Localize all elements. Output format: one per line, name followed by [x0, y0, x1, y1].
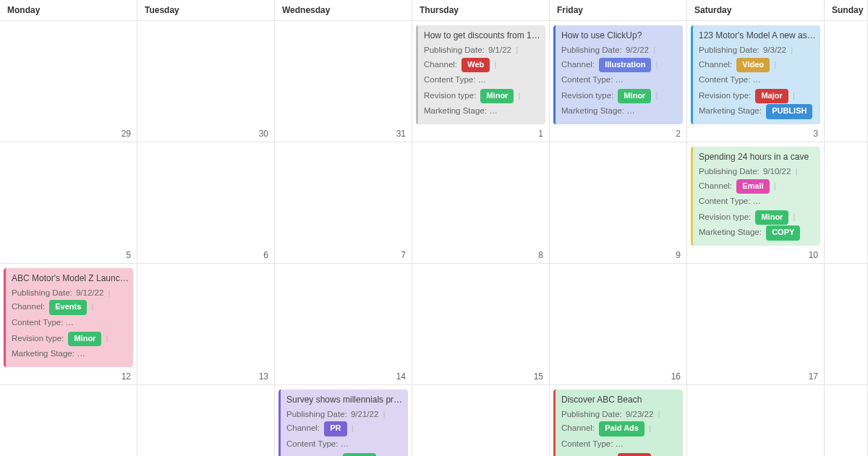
day-cell[interactable]: 123 Motor's Model A new assembly linePub…: [687, 21, 825, 142]
event-revision-row: Revision type: Minor |: [424, 89, 541, 104]
event-title: How to use ClickUp?: [561, 29, 678, 43]
content-type-tag[interactable]: Company Update: [618, 73, 678, 88]
channel-tag[interactable]: Illustration: [599, 58, 651, 73]
event-content-type-row: Content Type: Company Update |: [699, 73, 816, 88]
event-revision-row: Revision type: Minor |: [699, 210, 816, 225]
day-number: 30: [259, 129, 268, 139]
day-cell[interactable]: 24: [687, 385, 825, 456]
revision-tag[interactable]: Minor: [755, 210, 788, 225]
day-cell[interactable]: How to get discounts from 123 Mart?Publi…: [412, 21, 550, 142]
calendar-event[interactable]: 123 Motor's Model A new assembly linePub…: [691, 25, 820, 124]
revision-tag[interactable]: Major: [618, 453, 650, 456]
day-cell[interactable]: 9: [550, 142, 687, 264]
day-number: 8: [538, 250, 543, 260]
event-revision-row: Revision type: Minor |: [561, 89, 678, 104]
day-cell[interactable]: [825, 385, 868, 456]
content-type-tag[interactable]: Thought Leader...: [343, 437, 404, 452]
revision-tag[interactable]: Minor: [343, 453, 376, 456]
event-revision-row: Revision type: Minor |: [12, 332, 129, 347]
stage-tag[interactable]: PUBLISH: [766, 104, 812, 119]
event-title: 123 Motor's Model A new assembly line: [699, 29, 816, 43]
day-cell[interactable]: 19: [0, 385, 137, 456]
day-cell[interactable]: How to use ClickUp?Publishing Date: 9/2/…: [550, 21, 687, 142]
day-number: 9: [676, 250, 681, 260]
day-cell[interactable]: 17: [687, 264, 825, 385]
day-cell[interactable]: 8: [412, 142, 550, 264]
day-cell[interactable]: 6: [137, 142, 275, 264]
event-content-type-row: Content Type: Customer Story |: [699, 194, 816, 210]
content-type-tag[interactable]: Sponsored Post: [480, 73, 541, 88]
stage-tag[interactable]: NEW DRAFT: [491, 104, 541, 119]
day-number: 6: [263, 250, 268, 260]
day-cell[interactable]: ABC Motor's Model Z Launch EventPublishi…: [0, 264, 137, 385]
day-cell[interactable]: 5: [0, 142, 137, 264]
event-channel-row: Channel: Paid Ads |: [561, 421, 678, 436]
day-number: 29: [122, 129, 131, 139]
day-cell[interactable]: 22: [412, 385, 550, 456]
day-cell[interactable]: 30: [137, 21, 275, 142]
day-cell[interactable]: [825, 264, 868, 385]
event-channel-row: Channel: Web |: [424, 58, 541, 73]
weekday-header: Wednesday: [275, 0, 412, 21]
day-number: 15: [534, 371, 543, 382]
day-cell[interactable]: [825, 21, 868, 142]
event-title: Spending 24 hours in a cave: [699, 150, 816, 164]
calendar-event[interactable]: How to use ClickUp?Publishing Date: 9/2/…: [553, 25, 683, 124]
channel-tag[interactable]: PR: [324, 421, 346, 436]
channel-tag[interactable]: Video: [736, 58, 770, 73]
calendar-event[interactable]: Survey shows millennials prefer electric…: [278, 390, 408, 456]
event-revision-row: Revision type: Minor |: [286, 453, 404, 456]
content-type-tag[interactable]: Company Update: [755, 73, 816, 88]
day-number: 31: [396, 129, 406, 139]
stage-tag[interactable]: COPY: [766, 225, 800, 241]
day-cell[interactable]: 13: [137, 264, 275, 385]
calendar-event[interactable]: Spending 24 hours in a cavePublishing Da…: [691, 147, 820, 246]
stage-tag[interactable]: PROOFREADING: [629, 104, 678, 119]
event-publishing-date-row: Publishing Date: 9/2/22 |: [561, 43, 678, 56]
weekday-header: Tuesday: [137, 0, 275, 21]
stage-tag[interactable]: CLIENT APPROVAL: [79, 347, 129, 362]
event-title: Discover ABC Beach: [561, 393, 678, 407]
event-content-type-row: Content Type: Product News |: [12, 316, 129, 331]
calendar-event[interactable]: ABC Motor's Model Z Launch EventPublishi…: [4, 268, 133, 367]
event-title: How to get discounts from 123 Mart?: [424, 29, 541, 43]
revision-tag[interactable]: Minor: [480, 89, 514, 104]
day-cell[interactable]: [825, 142, 868, 264]
day-cell[interactable]: Spending 24 hours in a cavePublishing Da…: [687, 142, 825, 264]
calendar-grid: MondayTuesdayWednesdayThursdayFridaySatu…: [0, 0, 868, 456]
content-type-tag[interactable]: Customer Story: [755, 194, 816, 210]
day-number: 16: [671, 371, 681, 382]
calendar-event[interactable]: Discover ABC BeachPublishing Date: 9/23/…: [553, 390, 683, 456]
channel-tag[interactable]: Web: [461, 58, 490, 73]
day-cell[interactable]: 15: [412, 264, 550, 385]
day-cell[interactable]: 29: [0, 21, 137, 142]
day-cell[interactable]: Discover ABC BeachPublishing Date: 9/23/…: [550, 385, 687, 456]
event-publishing-date-row: Publishing Date: 9/12/22 |: [12, 286, 129, 299]
event-title: Survey shows millennials prefer electric: [286, 393, 404, 407]
day-cell[interactable]: 20: [137, 385, 275, 456]
event-channel-row: Channel: Events |: [12, 300, 129, 315]
day-number: 10: [809, 250, 818, 260]
day-number: 7: [401, 250, 406, 260]
revision-tag[interactable]: Minor: [68, 332, 101, 347]
day-cell[interactable]: 16: [550, 264, 687, 385]
channel-tag[interactable]: Paid Ads: [599, 421, 644, 436]
event-stage-row: Marketing Stage: PUBLISH: [699, 104, 816, 119]
content-type-tag[interactable]: Product News: [68, 316, 129, 331]
channel-tag[interactable]: Events: [49, 300, 87, 315]
day-number: 13: [259, 371, 268, 382]
revision-tag[interactable]: Minor: [618, 89, 651, 104]
day-cell[interactable]: Survey shows millennials prefer electric…: [275, 385, 412, 456]
event-channel-row: Channel: Email |: [699, 179, 816, 194]
channel-tag[interactable]: Email: [736, 179, 769, 194]
day-cell[interactable]: 14: [275, 264, 412, 385]
day-cell[interactable]: 7: [275, 142, 412, 264]
calendar-event[interactable]: How to get discounts from 123 Mart?Publi…: [416, 25, 545, 124]
day-cell[interactable]: 31: [275, 21, 412, 142]
weekday-header: Saturday: [687, 0, 825, 21]
event-content-type-row: Content Type: Customer Story |: [561, 437, 678, 452]
event-revision-row: Revision type: Major |: [699, 89, 816, 104]
content-type-tag[interactable]: Customer Story: [618, 437, 678, 452]
event-content-type-row: Content Type: Company Update |: [561, 73, 678, 88]
revision-tag[interactable]: Major: [755, 89, 788, 104]
